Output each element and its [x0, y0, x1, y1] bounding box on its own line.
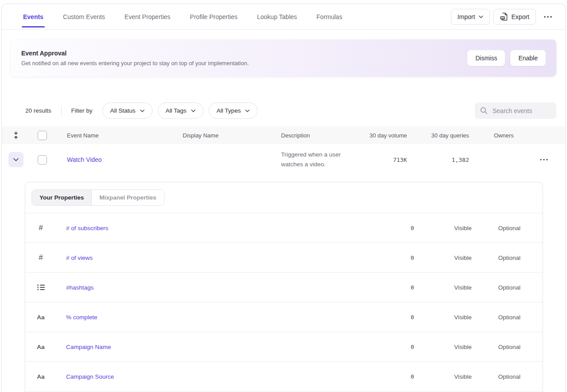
header-display-name: Display Name: [179, 132, 278, 139]
banner-title: Event Approval: [21, 50, 249, 57]
property-requirement: Optional: [472, 255, 520, 261]
filter-dropdown-all-status[interactable]: All Status: [102, 102, 153, 119]
header-30-day-volume: 30 day volume: [363, 132, 407, 139]
filter-by-label: Filter by: [71, 107, 93, 114]
collapse-row-button[interactable]: [8, 152, 23, 167]
property-row: # Aa % complete 0 Visible Optional: [25, 302, 543, 332]
property-row: # Aa Campaign Name 0 Visible Optional: [25, 332, 543, 362]
csv-file-icon: csv: [500, 12, 508, 21]
nav-tabs: EventsCustom EventsEvent PropertiesProfi…: [23, 13, 342, 20]
property-volume: 0: [361, 284, 414, 291]
tab-lookup-tables[interactable]: Lookup Tables: [257, 13, 297, 20]
import-button[interactable]: Import: [451, 9, 490, 25]
tab-events[interactable]: Events: [23, 13, 43, 20]
top-navigation: EventsCustom EventsEvent PropertiesProfi…: [2, 4, 565, 30]
tab-event-properties[interactable]: Event Properties: [125, 13, 171, 20]
property-row: # Aa # of subscribers 0 Visible Optional: [25, 213, 543, 243]
text-type-icon: Aa: [37, 314, 44, 321]
property-name-link[interactable]: # of subscribers: [56, 225, 361, 231]
property-volume: 0: [361, 344, 414, 350]
filter-dropdown-all-types[interactable]: All Types: [209, 102, 258, 119]
svg-text:csv: csv: [501, 17, 504, 19]
collapse-all-button[interactable]: [2, 131, 30, 139]
number-type-icon: #: [39, 253, 43, 262]
enable-button[interactable]: Enable: [510, 50, 546, 66]
nav-actions: Import csv Export: [451, 9, 556, 25]
property-name-link[interactable]: Campaign Source: [56, 373, 361, 380]
filter-bar: 20 results Filter by All Status All Tags…: [25, 102, 556, 119]
banner-description: Get notified on all new events entering …: [21, 60, 249, 67]
property-visibility: Visible: [414, 225, 472, 231]
property-name-link[interactable]: Campaign Name: [56, 344, 361, 350]
property-requirement: Optional: [472, 344, 520, 350]
filter-dropdown-label: All Tags: [166, 107, 187, 114]
filter-dropdown-label: All Types: [217, 107, 241, 114]
text-type-icon: Aa: [37, 344, 44, 350]
chevron-down-icon: [479, 16, 483, 18]
properties-list: # Aa # of subscribers 0 Visible Optional…: [25, 213, 543, 392]
property-visibility: Visible: [414, 344, 472, 350]
search-icon: [480, 107, 488, 114]
property-name-link[interactable]: % complete: [56, 314, 361, 321]
filter-dropdown-label: All Status: [110, 107, 136, 114]
property-visibility: Visible: [414, 255, 472, 261]
header-event-name: Event Name: [55, 132, 179, 139]
property-requirement: Optional: [472, 314, 520, 321]
event-30-day-queries: 1,382: [407, 157, 469, 163]
property-volume: 0: [361, 255, 414, 261]
header-owners: Owners: [469, 132, 523, 139]
property-volume: 0: [361, 373, 414, 380]
chevron-down-icon: [13, 158, 19, 161]
property-requirement: Optional: [472, 284, 520, 291]
properties-tabs-row: Your PropertiesMixpanel Properties: [25, 182, 543, 213]
tab-your-properties[interactable]: Your Properties: [32, 190, 91, 205]
export-button[interactable]: csv Export: [493, 9, 536, 25]
property-visibility: Visible: [414, 284, 472, 291]
more-horizontal-icon: [540, 159, 548, 161]
event-description: Triggered when a user watches a video.: [278, 150, 363, 169]
search-input[interactable]: [492, 107, 551, 115]
event-30-day-volume: 713K: [363, 157, 407, 163]
dismiss-button[interactable]: Dismiss: [467, 50, 505, 66]
filter-dropdown-all-tags[interactable]: All Tags: [158, 102, 203, 119]
filter-dropdowns: All Status All Tags All Types: [102, 102, 258, 119]
property-name-link[interactable]: #hashtags: [56, 284, 361, 291]
chevron-down-icon: [140, 110, 145, 112]
property-row: # Aa Campaign Source 0 Visible Optional: [25, 362, 543, 392]
header-description: Description: [278, 132, 363, 139]
lexicon-page: EventsCustom EventsEvent PropertiesProfi…: [1, 4, 566, 392]
event-name-link[interactable]: Watch Video: [55, 156, 179, 163]
property-requirement: Optional: [472, 225, 520, 231]
results-count: 20 results: [25, 107, 51, 114]
divider: [61, 106, 62, 116]
row-checkbox[interactable]: [38, 155, 47, 165]
search-box[interactable]: [475, 102, 556, 119]
banner-actions: Dismiss Enable: [467, 50, 546, 66]
property-row: # Aa #hashtags 0 Visible Optional: [25, 273, 543, 302]
property-volume: 0: [361, 314, 414, 321]
tab-mixpanel-properties[interactable]: Mixpanel Properties: [91, 190, 164, 205]
select-all-checkbox[interactable]: [38, 131, 47, 140]
property-visibility: Visible: [414, 314, 472, 321]
text-type-icon: Aa: [37, 373, 44, 380]
property-volume: 0: [361, 225, 414, 231]
events-table-header: Event Name Display Name Description 30 d…: [2, 126, 565, 144]
header-30-day-queries: 30 day queries: [407, 132, 469, 139]
chevron-down-icon: [191, 110, 196, 112]
tab-profile-properties[interactable]: Profile Properties: [190, 13, 237, 20]
chevron-down-icon: [245, 110, 250, 112]
row-actions-button[interactable]: [523, 159, 565, 161]
tab-formulas[interactable]: Formulas: [317, 13, 342, 20]
event-approval-banner: Event Approval Get notified on all new e…: [11, 39, 556, 77]
tab-custom-events[interactable]: Custom Events: [63, 13, 105, 20]
property-name-link[interactable]: # of views: [56, 255, 361, 261]
event-row-watch-video: Watch Video Triggered when a user watche…: [2, 144, 565, 175]
collapse-all-icon: [13, 131, 19, 139]
more-actions-button[interactable]: [540, 9, 556, 25]
properties-tab-switcher: Your PropertiesMixpanel Properties: [31, 189, 164, 206]
property-row: # Aa # of views 0 Visible Optional: [25, 243, 543, 273]
more-horizontal-icon: [544, 16, 552, 18]
list-type-icon: [37, 284, 45, 290]
property-requirement: Optional: [472, 373, 520, 380]
property-visibility: Visible: [414, 373, 472, 380]
